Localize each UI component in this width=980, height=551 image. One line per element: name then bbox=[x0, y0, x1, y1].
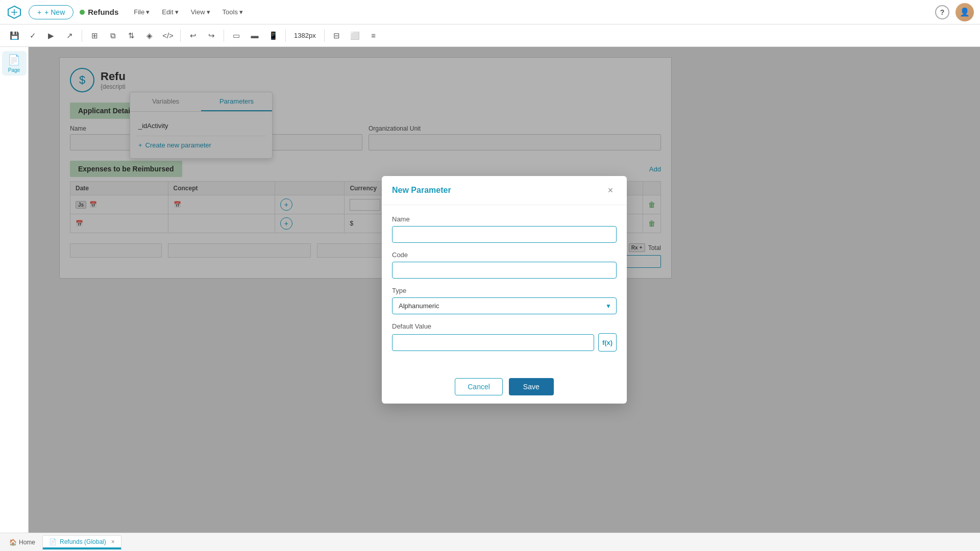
refunds-tab-label: Refunds (Global) bbox=[60, 538, 106, 545]
modal-code-field: Code bbox=[392, 251, 617, 279]
save-button[interactable]: Save bbox=[509, 378, 554, 395]
modal-name-label: Name bbox=[392, 215, 617, 223]
toolbar-sep-3 bbox=[224, 30, 224, 42]
help-button[interactable]: ? bbox=[935, 5, 949, 19]
align-btn[interactable]: ≡ bbox=[365, 28, 382, 44]
canvas-area: $ Refu {descripti Applicant Details Name… bbox=[29, 47, 980, 533]
menu-view[interactable]: View ▾ bbox=[186, 5, 215, 19]
refunds-tab-icon: 📄 bbox=[49, 538, 57, 545]
bottom-tabs: 🏠 Home 📄 Refunds (Global) × bbox=[0, 533, 980, 551]
modal-type-field: Type Alphanumeric Numeric Boolean Date ▼ bbox=[392, 287, 617, 314]
params-btn[interactable]: ◈ bbox=[141, 28, 158, 44]
redo-btn[interactable]: ↪ bbox=[203, 28, 219, 44]
zoom-label: 1382px bbox=[290, 32, 320, 39]
home-icon: 🏠 bbox=[9, 539, 17, 546]
page-icon: 📄 bbox=[8, 54, 20, 66]
user-avatar[interactable]: 👤 bbox=[955, 3, 974, 21]
status-dot bbox=[80, 10, 85, 15]
home-tab-label: Home bbox=[19, 539, 35, 546]
toolbar: 💾 ✓ ▶ ↗ ⊞ ⧉ ⇅ ◈ </> ↩ ↪ ▭ ▬ 📱 1382px ⊟ ⬜… bbox=[0, 24, 980, 47]
main-area: 📄 Page $ Refu {descripti Applicant Detai… bbox=[0, 47, 980, 533]
menu-tools[interactable]: Tools ▾ bbox=[217, 5, 248, 19]
modal-header: New Parameter × bbox=[382, 176, 627, 205]
cancel-button[interactable]: Cancel bbox=[455, 378, 503, 395]
modal-footer: Cancel Save bbox=[382, 370, 627, 404]
export-toolbar-btn[interactable]: ↗ bbox=[61, 28, 78, 44]
fx-label: f(x) bbox=[602, 339, 612, 346]
menu-file[interactable]: File ▾ bbox=[129, 5, 155, 19]
modal-default-value-field: Default Value f(x) bbox=[392, 322, 617, 352]
check-toolbar-btn[interactable]: ✓ bbox=[24, 28, 41, 44]
toolbar-sep-5 bbox=[324, 30, 325, 42]
undo-btn[interactable]: ↩ bbox=[185, 28, 201, 44]
nav-right: ? 👤 bbox=[935, 3, 974, 21]
desktop-view-btn[interactable]: ▭ bbox=[228, 28, 244, 44]
modal-name-input[interactable] bbox=[392, 226, 617, 243]
modal-default-value-label: Default Value bbox=[392, 322, 617, 330]
toolbar-sep-2 bbox=[180, 30, 181, 42]
modal-code-input[interactable] bbox=[392, 262, 617, 279]
modal-title: New Parameter bbox=[392, 186, 451, 195]
menu-edit[interactable]: Edit ▾ bbox=[157, 5, 183, 19]
tab-underline bbox=[43, 547, 121, 548]
default-value-row: f(x) bbox=[392, 333, 617, 352]
top-navbar: + + New Refunds File ▾ Edit ▾ View ▾ Too… bbox=[0, 0, 980, 24]
modal-type-select[interactable]: Alphanumeric Numeric Boolean Date bbox=[392, 297, 617, 314]
modal-close-btn[interactable]: × bbox=[604, 184, 617, 196]
toolbar-sep-1 bbox=[82, 30, 82, 42]
modal-overlay: New Parameter × Name Code bbox=[29, 47, 980, 533]
new-button[interactable]: + + New bbox=[29, 5, 74, 19]
toolbar-sep-4 bbox=[285, 30, 286, 42]
datasource-btn[interactable]: ⇅ bbox=[123, 28, 139, 44]
laptop-view-btn[interactable]: ▬ bbox=[247, 28, 263, 44]
fx-function-btn[interactable]: f(x) bbox=[598, 333, 617, 352]
home-tab[interactable]: 🏠 Home bbox=[4, 537, 40, 548]
layout-btn[interactable]: ⊟ bbox=[329, 28, 345, 44]
save-toolbar-btn[interactable]: 💾 bbox=[6, 28, 22, 44]
code-btn[interactable]: </> bbox=[160, 28, 176, 44]
refunds-tab-close[interactable]: × bbox=[111, 538, 115, 545]
app-title-area: Refunds bbox=[80, 8, 118, 16]
sidebar-item-label: Page bbox=[8, 67, 20, 73]
sidebar-item-page[interactable]: 📄 Page bbox=[2, 51, 27, 76]
refunds-tab[interactable]: 📄 Refunds (Global) × bbox=[42, 535, 121, 549]
layers-btn[interactable]: ⧉ bbox=[105, 28, 121, 44]
modal-default-value-input[interactable] bbox=[392, 334, 594, 351]
mobile-view-btn[interactable]: 📱 bbox=[265, 28, 281, 44]
grid-btn[interactable]: ⬜ bbox=[347, 28, 363, 44]
modal-type-wrapper: Alphanumeric Numeric Boolean Date ▼ bbox=[392, 297, 617, 314]
components-btn[interactable]: ⊞ bbox=[86, 28, 103, 44]
modal-type-label: Type bbox=[392, 287, 617, 294]
modal-name-field: Name bbox=[392, 215, 617, 243]
run-toolbar-btn[interactable]: ▶ bbox=[43, 28, 59, 44]
new-parameter-modal: New Parameter × Name Code bbox=[382, 176, 627, 404]
app-logo bbox=[6, 4, 22, 20]
modal-code-label: Code bbox=[392, 251, 617, 259]
new-button-label: + New bbox=[44, 8, 65, 16]
app-title-text: Refunds bbox=[88, 8, 118, 16]
nav-menus: File ▾ Edit ▾ View ▾ Tools ▾ bbox=[129, 5, 248, 19]
left-sidebar: 📄 Page bbox=[0, 47, 29, 533]
modal-body: Name Code Type Alphanumeric bbox=[382, 205, 627, 370]
plus-icon: + bbox=[37, 8, 41, 16]
